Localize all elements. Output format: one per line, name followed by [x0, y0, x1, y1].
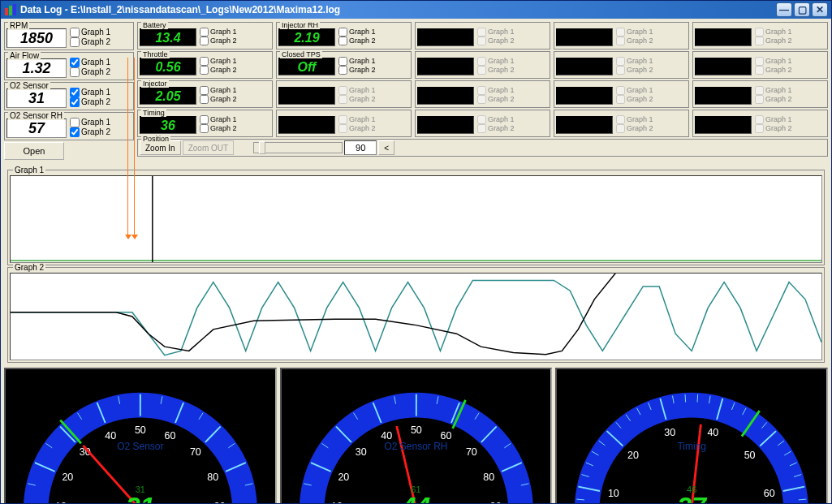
pid-value [278, 116, 335, 134]
back-button[interactable]: < [378, 140, 394, 155]
graph1-checkbox: Graph 1 [477, 57, 515, 66]
pid-box: Graph 1 Graph 2 [276, 80, 412, 108]
graph2-checkbox: Graph 2 [477, 124, 515, 133]
graph1-checkbox[interactable]: Graph 1 [200, 57, 237, 66]
position-slider[interactable] [253, 142, 343, 153]
graph2-checkbox[interactable]: Graph 2 [200, 95, 237, 104]
maximize-button[interactable]: ▢ [794, 2, 810, 17]
svg-text:60: 60 [764, 488, 775, 499]
graph2-checkbox: Graph 2 [477, 37, 515, 45]
gauge-value: 37 [677, 492, 706, 504]
graph2-checkbox[interactable]: Graph 2 [70, 67, 110, 77]
pid-box: Graph 1 Graph 2 [692, 110, 828, 137]
graph1-checkbox: Graph 1 [477, 115, 515, 124]
pid-box: Closed TPSOffGraph 1 Graph 2 [276, 51, 412, 79]
graph2-checkbox[interactable]: Graph 2 [70, 127, 110, 137]
svg-text:60: 60 [440, 430, 451, 442]
pid-box: Graph 1 Graph 2 [415, 22, 550, 50]
pid-box: Injector2.05Graph 1 Graph 2 [137, 80, 273, 108]
pid-box: Timing36Graph 1 Graph 2 [137, 110, 273, 137]
pid-value [695, 87, 752, 105]
pid-value [278, 87, 335, 105]
pid-label: Closed TPS [280, 51, 322, 58]
svg-rect-2 [13, 4, 16, 15]
pid-box: Graph 1 Graph 2 [554, 80, 689, 108]
graph2-checkbox[interactable]: Graph 2 [338, 37, 376, 45]
graph2-checkbox[interactable]: Graph 2 [70, 37, 110, 47]
graph2-checkbox: Graph 2 [338, 124, 376, 133]
graph2-checkbox: Graph 2 [755, 66, 792, 75]
graph1-checkbox[interactable]: Graph 1 [70, 88, 110, 97]
pid-value: 2.19 [278, 28, 335, 46]
graph2-checkbox[interactable]: Graph 2 [200, 37, 237, 45]
svg-rect-0 [5, 8, 8, 15]
svg-text:90: 90 [489, 501, 501, 504]
graph1-checkbox[interactable]: Graph 1 [70, 28, 110, 37]
open-button[interactable]: Open [4, 142, 64, 160]
svg-text:10: 10 [55, 501, 67, 504]
svg-line-132 [685, 394, 686, 403]
graph1-checkbox: Graph 1 [338, 86, 376, 95]
svg-text:30: 30 [356, 446, 367, 458]
pid-label: RPM [8, 22, 29, 30]
svg-text:40: 40 [708, 427, 719, 438]
graph2-checkbox: Graph 2 [616, 37, 653, 45]
pid-value [417, 28, 474, 46]
graph2-checkbox[interactable]: Graph 2 [200, 66, 237, 75]
pid-value [556, 87, 613, 105]
graph2-checkbox[interactable]: Graph 2 [338, 66, 376, 75]
graph1-canvas[interactable] [10, 175, 822, 263]
pid-box: Injector RH2.19Graph 1 Graph 2 [276, 22, 412, 50]
graph1-checkbox[interactable]: Graph 1 [338, 28, 376, 37]
gauge-label: O2 Sensor RH [384, 441, 447, 452]
graph2-checkbox[interactable]: Graph 2 [70, 97, 110, 107]
graph2-checkbox: Graph 2 [477, 95, 515, 104]
pid-value [556, 28, 613, 46]
graph2-frame: Graph 2 [7, 267, 825, 363]
close-button[interactable]: ✕ [812, 2, 828, 17]
graph1-checkbox[interactable]: Graph 1 [200, 115, 237, 124]
graph1-checkbox[interactable]: Graph 1 [70, 58, 110, 67]
pid-value: 57 [6, 118, 67, 138]
minimize-button[interactable]: — [776, 2, 792, 17]
svg-text:20: 20 [338, 472, 349, 483]
pid-label: Injector RH [280, 22, 320, 29]
gauge-o2-sensor-rh: 0102030405060708090100O2 Sensor RH6144 [280, 368, 553, 504]
graph1-checkbox: Graph 1 [755, 28, 792, 37]
graph1-checkbox[interactable]: Graph 1 [200, 86, 237, 95]
svg-line-133 [697, 394, 698, 403]
pid-value: 1850 [6, 28, 67, 48]
graph1-checkbox: Graph 1 [616, 86, 653, 95]
pid-label: Air Flow [8, 52, 41, 60]
graph2-checkbox[interactable]: Graph 2 [200, 124, 237, 133]
pid-value: Off [278, 58, 335, 75]
svg-text:80: 80 [207, 472, 218, 483]
graph2-canvas[interactable] [10, 273, 822, 360]
svg-text:50: 50 [744, 450, 756, 461]
svg-text:10: 10 [331, 501, 343, 504]
pid-label: Battery [141, 22, 168, 29]
graph1-checkbox[interactable]: Graph 1 [338, 57, 376, 66]
pid-box: Graph 1 Graph 2 [415, 51, 550, 79]
graph1-checkbox[interactable]: Graph 1 [200, 28, 237, 37]
position-value: 90 [344, 140, 377, 155]
pid-value [556, 116, 613, 134]
app-icon [4, 3, 17, 16]
graph1-checkbox: Graph 1 [755, 86, 792, 95]
graph1-frame: Graph 1 [7, 170, 825, 265]
svg-rect-1 [9, 6, 12, 15]
pid-value: 2.05 [140, 87, 196, 105]
pid-value [695, 28, 752, 46]
graph1-checkbox: Graph 1 [616, 57, 653, 66]
svg-text:10: 10 [608, 488, 619, 499]
graph1-checkbox: Graph 1 [616, 115, 653, 124]
pid-label: Injector [141, 80, 169, 88]
zoom-out-button[interactable]: Zoom OUT [183, 140, 234, 155]
graph2-checkbox: Graph 2 [338, 95, 376, 104]
graph1-checkbox[interactable]: Graph 1 [70, 118, 110, 127]
graph2-checkbox: Graph 2 [616, 124, 653, 133]
pid-box: Graph 1 Graph 2 [415, 110, 550, 137]
graph2-checkbox: Graph 2 [616, 95, 653, 104]
svg-text:80: 80 [483, 472, 494, 483]
graph1-checkbox: Graph 1 [755, 57, 792, 66]
